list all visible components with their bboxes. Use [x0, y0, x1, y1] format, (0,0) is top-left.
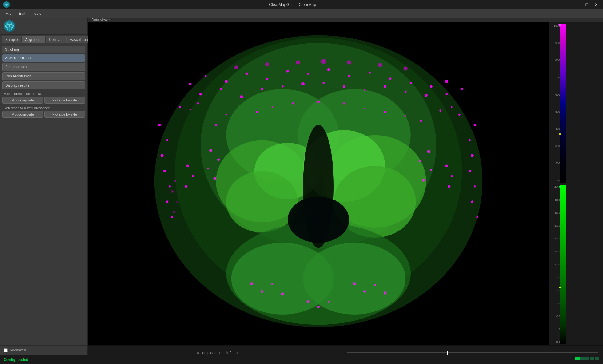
autofluorescence-label: Autofluorescence to data: [4, 92, 85, 96]
svg-point-101: [384, 291, 387, 295]
menu-file[interactable]: File: [2, 10, 14, 17]
svg-point-33: [430, 85, 433, 88]
main-layout: Sample Alignment Cellmap Vasculature Bat…: [0, 18, 603, 355]
app-icon: [3, 1, 10, 8]
reference-buttons: Plot composite Plot side by side: [2, 111, 85, 118]
ref-plot-side-by-side-button[interactable]: Plot side by side: [44, 111, 85, 118]
tab-alignment[interactable]: Alignment: [22, 36, 45, 43]
ref-plot-composite-button[interactable]: Plot composite: [2, 111, 43, 118]
reference-label: Reference to autofluorescence: [4, 106, 85, 110]
svg-point-21: [189, 83, 191, 85]
svg-point-51: [161, 154, 164, 157]
auto-plot-side-by-side-button[interactable]: Plot side by side: [44, 97, 85, 104]
purple-bar-section: 1000 900 800 700 600 500 400 300 200 100: [549, 22, 603, 184]
svg-point-30: [369, 72, 371, 74]
status-text: Config loaded: [4, 358, 28, 362]
svg-point-97: [281, 292, 284, 295]
svg-point-47: [425, 94, 428, 97]
svg-point-19: [303, 243, 405, 315]
svg-point-64: [226, 114, 227, 116]
svg-point-36: [199, 93, 202, 95]
advanced-label[interactable]: Advanced: [10, 348, 26, 352]
svg-point-66: [272, 106, 273, 108]
purple-top-handle[interactable]: [558, 24, 561, 27]
tab-sample[interactable]: Sample: [2, 36, 21, 43]
svg-point-113: [174, 180, 176, 182]
svg-point-107: [265, 62, 269, 66]
green-bottom-handle[interactable]: [558, 286, 561, 288]
svg-point-94: [250, 282, 253, 285]
svg-point-59: [469, 170, 471, 172]
svg-point-65: [256, 111, 258, 113]
svg-point-53: [169, 185, 171, 188]
svg-point-80: [186, 165, 189, 167]
svg-point-84: [451, 175, 453, 177]
green-top-handle[interactable]: [558, 186, 561, 188]
dataviewer-header: Data viewer: [88, 18, 603, 22]
svg-point-62: [476, 216, 478, 218]
svg-point-68: [317, 101, 320, 103]
svg-point-116: [173, 211, 175, 213]
svg-point-42: [322, 82, 325, 84]
maximize-button[interactable]: □: [584, 2, 590, 8]
brain-canvas[interactable]: [88, 22, 549, 345]
svg-point-49: [158, 124, 161, 126]
display-results-button[interactable]: Display results: [2, 81, 85, 89]
sidebar-tabs: Sample Alignment Cellmap Vasculature Bat…: [0, 35, 87, 43]
slider-area: resampled.tif result.0.mhd: [88, 346, 603, 360]
svg-point-104: [328, 301, 330, 303]
slice-slider[interactable]: [347, 352, 598, 353]
green-colorbar: [560, 185, 566, 344]
svg-point-114: [171, 190, 174, 193]
run-registration-button[interactable]: Run registration: [2, 72, 85, 80]
purple-bottom-handle[interactable]: [558, 133, 561, 135]
tab-cellmap[interactable]: Cellmap: [46, 36, 66, 43]
advanced-checkbox[interactable]: [4, 348, 8, 352]
advanced-area: Advanced: [0, 345, 87, 355]
svg-point-93: [422, 179, 425, 182]
close-button[interactable]: ✕: [593, 2, 600, 8]
dataviewer-title: Data viewer: [91, 18, 111, 22]
window-controls: – □ ✕: [575, 2, 600, 8]
svg-point-108: [296, 60, 300, 64]
auto-plot-composite-button[interactable]: Plot composite: [2, 97, 43, 104]
svg-point-23: [225, 80, 228, 83]
menu-tools[interactable]: Tools: [30, 10, 44, 17]
green-scale-labels: 4400 4000 3600 3200 2800 2400 2000 1600 …: [551, 185, 560, 344]
app-logo-area: [0, 18, 87, 35]
minimize-button[interactable]: –: [575, 2, 581, 8]
svg-point-29: [348, 75, 350, 77]
autofluorescence-buttons: Plot composite Plot side by side: [2, 97, 85, 104]
svg-point-77: [439, 109, 441, 112]
section-stitching[interactable]: Stitching: [2, 46, 85, 53]
svg-point-54: [166, 200, 168, 203]
svg-point-102: [307, 300, 310, 303]
titlebar: ClearMapGui — ClearMap – □ ✕: [0, 0, 603, 9]
app-logo: [4, 20, 15, 32]
svg-point-71: [384, 111, 386, 113]
atlas-settings-button[interactable]: Atlas settings: [2, 63, 85, 71]
svg-point-50: [166, 139, 168, 141]
window-title: ClearMapGui — ClearMap: [10, 2, 575, 7]
svg-point-58: [471, 154, 474, 157]
svg-point-40: [282, 85, 284, 88]
svg-point-31: [389, 77, 391, 80]
svg-point-99: [363, 290, 366, 293]
svg-point-86: [209, 149, 212, 152]
svg-point-24: [246, 73, 248, 75]
scale-ruler: 0 20 40 60 80 100 120 140 160 180 200 22…: [88, 360, 603, 364]
svg-point-43: [343, 85, 345, 88]
svg-point-87: [217, 159, 220, 161]
svg-point-48: [445, 93, 448, 95]
svg-point-105: [288, 197, 349, 243]
sidebar-content: Stitching Atlas registration Atlas setti…: [0, 43, 87, 345]
svg-point-26: [286, 70, 289, 72]
svg-point-25: [266, 78, 268, 80]
svg-point-81: [192, 175, 194, 177]
svg-point-37: [220, 88, 222, 90]
menu-edit[interactable]: Edit: [16, 10, 28, 17]
purple-colorbar: [560, 24, 566, 183]
svg-point-73: [420, 120, 422, 122]
section-atlas-registration[interactable]: Atlas registration: [2, 54, 85, 62]
svg-point-34: [445, 80, 448, 83]
